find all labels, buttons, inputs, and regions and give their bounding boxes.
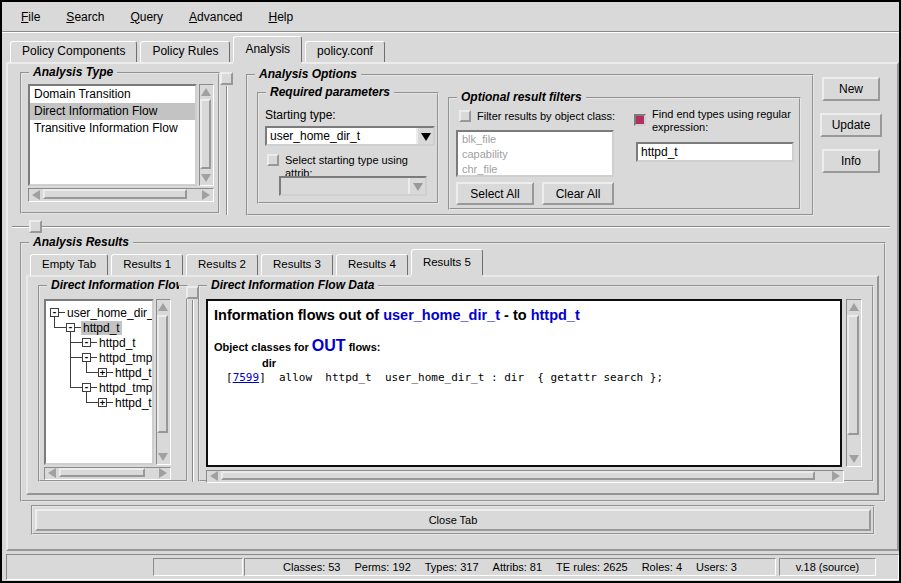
scroll-down-icon[interactable] [158, 453, 168, 461]
tree-node[interactable]: -httpd_t [82, 335, 138, 350]
menu-query[interactable]: Query [119, 8, 174, 26]
menu-advanced[interactable]: Advanced [178, 8, 253, 26]
flow-direction: OUT [312, 337, 346, 354]
scroll-right-icon[interactable] [202, 190, 210, 200]
attrib-checkbox[interactable] [267, 154, 279, 166]
expand-icon[interactable]: + [98, 398, 107, 407]
scroll-left-icon[interactable] [48, 468, 56, 478]
tab-results-5[interactable]: Results 5 [411, 249, 483, 275]
tree-node-label[interactable]: httpd_tmpfs_t [97, 381, 154, 395]
collapse-icon[interactable]: - [66, 323, 75, 332]
data-hscrollbar[interactable] [206, 470, 844, 483]
tree-node-label[interactable]: httpd_t [113, 366, 154, 380]
clear-all-button[interactable]: Clear All [542, 182, 614, 205]
tree-node[interactable]: -httpd_tmp_t [82, 350, 154, 365]
tree-node[interactable]: -httpd_t [66, 320, 122, 335]
tree-node[interactable]: +httpd_t [98, 365, 154, 380]
tree-vscrollbar[interactable] [156, 299, 171, 465]
scroll-up-icon[interactable] [201, 88, 211, 96]
scrollbar-thumb[interactable] [200, 99, 211, 169]
main-tab-bar: Policy Components Policy Rules Analysis … [10, 36, 388, 62]
options-sash-line [226, 86, 228, 215]
close-tab-button[interactable]: Close Tab [35, 509, 871, 531]
tab-empty-tab[interactable]: Empty Tab [30, 254, 108, 275]
tab-results-3[interactable]: Results 3 [261, 254, 333, 275]
scroll-up-icon[interactable] [849, 303, 859, 311]
list-item-direct-information-flow[interactable]: Direct Information Flow [30, 103, 195, 120]
menu-help[interactable]: Help [257, 8, 304, 26]
tree-node-label[interactable]: user_home_dir_t [65, 306, 154, 320]
menu-search[interactable]: Search [55, 8, 115, 26]
required-parameters-group: Required parameters Starting type: user_… [257, 92, 439, 204]
collapse-icon[interactable]: - [50, 308, 59, 317]
flow-header: Information flows out of user_home_dir_t… [214, 307, 834, 323]
tab-results-4[interactable]: Results 4 [336, 254, 408, 275]
menu-bar: File Search Query Advanced Help [2, 2, 899, 32]
scroll-up-icon[interactable] [158, 303, 168, 311]
tree-node-label[interactable]: httpd_t [97, 336, 138, 350]
scroll-right-icon[interactable] [832, 471, 840, 481]
attrib-combobox[interactable] [279, 176, 427, 196]
collapse-icon[interactable]: - [82, 383, 91, 392]
tab-results-1[interactable]: Results 1 [111, 254, 183, 275]
update-button[interactable]: Update [820, 113, 882, 137]
scrollbar-thumb[interactable] [847, 315, 859, 435]
analysis-options-group: Analysis Options Required parameters Sta… [246, 74, 814, 216]
tree-node[interactable]: +httpd_t [98, 395, 154, 410]
menu-file[interactable]: File [10, 8, 51, 26]
combobox-dropdown-button[interactable] [416, 128, 433, 144]
tree-node[interactable]: -httpd_tmpfs_t [82, 380, 154, 395]
object-class-list: blk_file capability chr_file [456, 130, 614, 177]
list-item-domain-transition[interactable]: Domain Transition [30, 86, 195, 103]
tree-hscrollbar[interactable] [44, 467, 171, 480]
filter-object-class-checkbox[interactable] [459, 110, 471, 122]
analysis-type-list: Domain Transition Direct Information Flo… [28, 84, 197, 186]
regex-input[interactable] [636, 142, 794, 162]
tab-results-2[interactable]: Results 2 [186, 254, 258, 275]
rule-number-link[interactable]: 7599 [233, 371, 260, 384]
scroll-down-icon[interactable] [849, 455, 859, 463]
optional-result-filters-title: Optional result filters [457, 90, 586, 104]
starting-type-combobox[interactable]: user_home_dir_t [265, 126, 435, 146]
analysis-type-hscrollbar[interactable] [28, 188, 214, 202]
chevron-down-icon [413, 183, 423, 191]
scroll-down-icon[interactable] [201, 174, 211, 182]
scrollbar-thumb[interactable] [59, 468, 145, 477]
scroll-right-icon[interactable] [159, 468, 167, 478]
scrollbar-thumb[interactable] [221, 471, 815, 480]
results-tab-bar: Empty Tab Results 1 Results 2 Results 3 … [30, 250, 486, 275]
tab-policy-components[interactable]: Policy Components [10, 41, 137, 62]
tab-analysis[interactable]: Analysis [233, 36, 302, 62]
flow-data-text[interactable]: Information flows out of user_home_dir_t… [206, 299, 842, 467]
scrollbar-thumb[interactable] [43, 189, 187, 199]
combobox-dropdown-button-disabled [408, 178, 425, 194]
tab-policy-conf[interactable]: policy.conf [305, 41, 385, 62]
scrollbar-thumb[interactable] [157, 315, 168, 433]
tab-policy-rules[interactable]: Policy Rules [140, 41, 230, 62]
status-version: v.18 (source) [779, 558, 876, 576]
scroll-left-icon[interactable] [210, 471, 218, 481]
starting-type-value: user_home_dir_t [267, 128, 416, 144]
object-class-item: capability [458, 147, 612, 162]
flow-tree: -user_home_dir_t -httpd_t -httpd_t -http… [44, 299, 154, 465]
status-bar: Classes: 53 Perms: 192 Types: 317 Attrib… [6, 554, 899, 580]
list-item-transitive-information-flow[interactable]: Transitive Information Flow [30, 120, 195, 137]
regex-checkbox[interactable] [634, 114, 646, 126]
expand-icon[interactable]: + [98, 368, 107, 377]
starting-type-label: Starting type: [265, 108, 336, 122]
tree-node[interactable]: -user_home_dir_t [50, 305, 154, 320]
select-all-button[interactable]: Select All [456, 182, 534, 205]
tree-node-label[interactable]: httpd_tmp_t [97, 351, 154, 365]
tree-node-label[interactable]: httpd_t [113, 396, 154, 410]
collapse-icon[interactable]: - [82, 338, 91, 347]
new-button[interactable]: New [822, 77, 880, 101]
collapse-icon[interactable]: - [82, 353, 91, 362]
options-sash-handle[interactable] [220, 72, 233, 85]
info-button[interactable]: Info [822, 149, 880, 173]
scroll-left-icon[interactable] [32, 190, 40, 200]
data-vscrollbar[interactable] [846, 299, 862, 467]
results-sash-handle[interactable] [29, 220, 42, 233]
analysis-options-title: Analysis Options [255, 67, 361, 81]
tree-node-label-selected[interactable]: httpd_t [81, 321, 122, 335]
analysis-type-vscrollbar[interactable] [199, 84, 214, 186]
